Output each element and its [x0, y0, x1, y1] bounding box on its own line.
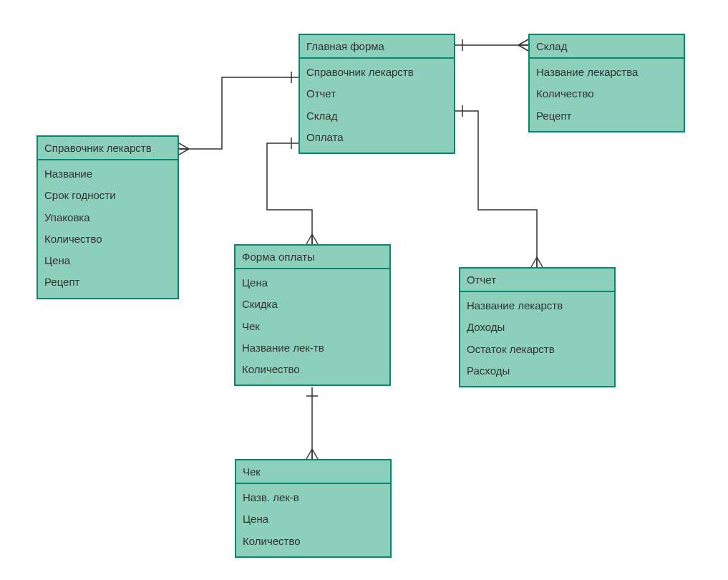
entity-attr: Название лекарств [460, 295, 614, 316]
entity-attr: Доходы [460, 316, 614, 338]
entity-attr: Справочник лекарств [300, 62, 454, 83]
entity-meds-reference: Справочник лекарств Название Срок годнос… [37, 135, 179, 299]
svg-line-12 [312, 234, 318, 244]
entity-title: Чек [236, 460, 390, 484]
entity-body: Название Срок годности Упаковка Количест… [38, 160, 178, 298]
entity-attr: Цена [236, 272, 389, 294]
svg-line-14 [531, 257, 537, 267]
entity-attr: Цена [38, 250, 178, 271]
entity-attr: Название лекарства [530, 62, 684, 83]
svg-line-6 [179, 143, 189, 149]
entity-receipt: Чек Назв. лек-в Цена Количество [235, 459, 392, 558]
svg-line-4 [518, 45, 528, 51]
entity-attr: Название лек-тв [236, 337, 389, 359]
entity-attr: Количество [530, 83, 684, 105]
entity-main-form: Главная форма Справочник лекарств Отчет … [299, 34, 455, 154]
entity-attr: Остаток лекарств [460, 339, 614, 360]
entity-title: Склад [530, 35, 684, 59]
entity-attr: Чек [236, 316, 389, 337]
svg-line-10 [306, 234, 312, 244]
entity-warehouse: Склад Название лекарства Количество Реце… [528, 34, 685, 132]
entity-attr: Упаковка [38, 207, 178, 228]
entity-title: Отчет [460, 269, 614, 292]
entity-body: Название лекарства Количество Рецепт [530, 59, 684, 131]
svg-line-8 [179, 149, 189, 155]
entity-attr: Цена [236, 508, 390, 530]
entity-attr: Срок годности [38, 185, 178, 206]
entity-attr: Название [38, 163, 178, 185]
entity-title: Форма оплаты [236, 246, 389, 269]
svg-line-16 [537, 257, 543, 267]
entity-attr: Рецепт [530, 105, 684, 127]
entity-body: Цена Скидка Чек Название лек-тв Количест… [236, 269, 389, 385]
entity-attr: Назв. лек-в [236, 487, 390, 508]
entity-attr: Количество [38, 228, 178, 250]
entity-attr: Склад [300, 105, 454, 127]
entity-payment-form: Форма оплаты Цена Скидка Чек Название ле… [234, 244, 391, 386]
entity-attr: Количество [236, 359, 389, 380]
svg-line-21 [312, 449, 318, 459]
entity-title: Справочник лекарств [38, 137, 178, 160]
entity-attr: Количество [236, 531, 390, 552]
entity-report: Отчет Название лекарств Доходы Остаток л… [459, 267, 616, 387]
entity-attr: Рецепт [38, 271, 178, 293]
entity-body: Назв. лек-в Цена Количество [236, 484, 390, 556]
entity-attr: Оплата [300, 127, 454, 148]
svg-line-2 [518, 39, 528, 45]
svg-line-19 [306, 449, 312, 459]
entity-attr: Отчет [300, 83, 454, 105]
entity-title: Главная форма [300, 35, 454, 59]
entity-attr: Расходы [460, 360, 614, 382]
entity-body: Название лекарств Доходы Остаток лекарст… [460, 292, 614, 386]
entity-body: Справочник лекарств Отчет Склад Оплата [300, 59, 454, 153]
entity-attr: Скидка [236, 294, 389, 315]
